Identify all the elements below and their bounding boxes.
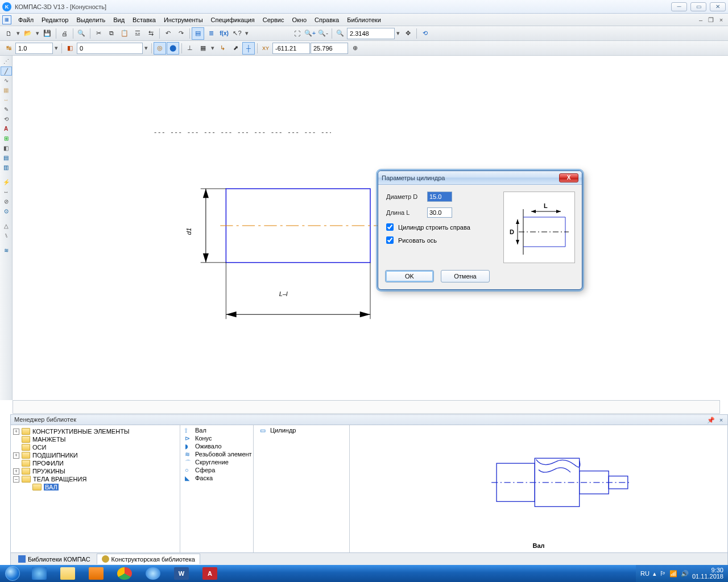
menu-file[interactable]: Файл: [15, 15, 37, 24]
var-button[interactable]: ≣: [205, 27, 217, 40]
menu-insert[interactable]: Вставка: [129, 15, 159, 24]
library-tree[interactable]: +КОНСТРУКТИВНЫЕ ЭЛЕМЕНТЫ МАНЖЕТЫ ОСИ +ПО…: [11, 425, 180, 552]
fx-button[interactable]: f(x): [218, 27, 230, 40]
menu-view[interactable]: Вид: [110, 15, 128, 24]
tree-item[interactable]: ПРОФИЛИ: [12, 459, 179, 467]
list-item[interactable]: ⌒Скругление: [181, 458, 348, 466]
menu-tools[interactable]: Инструменты: [160, 15, 206, 24]
copy-props-icon[interactable]: ⇆: [144, 27, 157, 40]
paste-button[interactable]: 📋: [118, 27, 131, 40]
zoom-out-button[interactable]: 🔍-: [317, 27, 329, 40]
edit-icon[interactable]: ⟲: [1, 115, 12, 124]
zoom-in-button[interactable]: 🔍+: [304, 27, 316, 40]
menu-spec[interactable]: Спецификация: [208, 15, 258, 24]
menu-libs[interactable]: Библиотеки: [344, 15, 384, 24]
list-item[interactable]: ⊳Конус: [181, 434, 348, 442]
list-item[interactable]: ≋Резьбовой элемент: [181, 450, 348, 458]
expand-icon[interactable]: +: [13, 429, 19, 435]
tree-item[interactable]: МАНЖЕТЫ: [12, 435, 179, 443]
flag-icon[interactable]: 🏳: [660, 570, 666, 577]
text-icon[interactable]: A: [1, 124, 12, 134]
task-media[interactable]: [82, 566, 110, 581]
lcs-button[interactable]: ↳: [216, 42, 229, 55]
step-button[interactable]: ↹: [2, 42, 15, 55]
diameter-input[interactable]: [427, 192, 452, 202]
grid-button[interactable]: ▦: [197, 42, 209, 55]
scale-input[interactable]: [15, 43, 53, 54]
tree-item[interactable]: –ТЕЛА ВРАЩЕНИЯ: [12, 475, 179, 483]
dialog-titlebar[interactable]: Параметры цилиндра X: [378, 171, 582, 185]
volume-icon[interactable]: 🔊: [681, 570, 689, 577]
list-item[interactable]: ○Сфера: [181, 466, 348, 474]
dim-icon[interactable]: ↔: [1, 95, 12, 105]
measure-icon[interactable]: ⚡: [1, 178, 12, 187]
close-panel-icon[interactable]: ×: [717, 416, 725, 424]
fit-button[interactable]: ⛶: [291, 27, 303, 40]
preview-button[interactable]: 🔍: [75, 27, 88, 40]
length-input[interactable]: [427, 207, 452, 218]
zoom-scale-button[interactable]: 🔍: [334, 27, 346, 40]
ok-button[interactable]: OK: [385, 270, 434, 282]
mdi-restore-icon[interactable]: ❐: [706, 16, 715, 24]
clock[interactable]: 9:3001.11.2018: [692, 567, 723, 580]
new-dropdown[interactable]: ▾: [15, 30, 21, 37]
lang-indicator[interactable]: RU: [640, 570, 650, 577]
tree-item[interactable]: +КОНСТРУКТИВНЫЕ ЭЛЕМЕНТЫ: [12, 427, 179, 435]
tree-item[interactable]: ОСИ: [12, 443, 179, 451]
task-chrome[interactable]: [110, 566, 139, 581]
menu-help[interactable]: Справка: [311, 15, 342, 24]
collapse-icon[interactable]: –: [13, 476, 19, 483]
geom-line-icon[interactable]: ╱: [1, 66, 12, 76]
geom-aux-icon[interactable]: ∿: [1, 76, 12, 85]
dialog-close-button[interactable]: X: [559, 173, 578, 182]
draw-icon[interactable]: △: [1, 222, 12, 231]
list-item[interactable]: ◣Фаска: [181, 474, 348, 482]
mdi-close-icon[interactable]: ×: [717, 16, 726, 24]
minimize-button[interactable]: ─: [671, 2, 687, 11]
properties-icon[interactable]: ☲: [131, 27, 144, 40]
pan-button[interactable]: ✥: [402, 27, 414, 40]
cut-button[interactable]: ✂: [92, 27, 105, 40]
menu-service[interactable]: Сервис: [259, 15, 288, 24]
symbol-icon[interactable]: ✎: [1, 105, 12, 114]
drawing-canvas[interactable]: d1 L–l: [13, 56, 728, 400]
cursor-help-button[interactable]: ↖?: [231, 27, 243, 40]
cancel-button[interactable]: Отмена: [441, 270, 490, 282]
table-icon[interactable]: ⊞: [1, 134, 12, 143]
snap-local-button[interactable]: ⬤: [167, 42, 179, 55]
draw-axis-checkbox[interactable]: [386, 236, 394, 244]
new-button[interactable]: 🗋: [2, 27, 15, 40]
task-ie[interactable]: [25, 566, 53, 581]
network-icon[interactable]: 📶: [669, 570, 677, 577]
param-button[interactable]: ┼: [242, 42, 255, 55]
expand-icon[interactable]: +: [13, 452, 19, 459]
save-button[interactable]: 💾: [41, 27, 53, 40]
list-item[interactable]: ◗Оживало: [181, 442, 348, 450]
tree-item[interactable]: +ПОДШИПНИКИ: [12, 451, 179, 459]
expand-icon[interactable]: +: [13, 468, 19, 475]
layer-input[interactable]: [77, 43, 143, 54]
start-button[interactable]: [0, 565, 25, 582]
pin-icon[interactable]: 📌: [707, 416, 715, 424]
lib-toggle-icon[interactable]: ≋: [1, 246, 12, 255]
menu-window[interactable]: Окно: [288, 15, 310, 24]
tab-kompas-libs[interactable]: Библиотеки КОМПАС: [13, 554, 96, 564]
extend-icon[interactable]: ⊙: [1, 207, 12, 216]
system-tray[interactable]: RU ▴ 🏳 📶 🔊 9:3001.11.2018: [636, 565, 728, 582]
round-button[interactable]: ⬈: [229, 42, 242, 55]
menu-editor[interactable]: Редактор: [38, 15, 72, 24]
doc-icon[interactable]: ▦: [2, 15, 11, 24]
print-button[interactable]: 🖨: [58, 27, 71, 40]
layer-dropdown[interactable]: ▾: [143, 44, 149, 52]
tree-item-selected[interactable]: ВАЛ: [12, 483, 179, 491]
grid-dropdown[interactable]: ▾: [210, 44, 216, 52]
build-right-checkbox[interactable]: [386, 223, 394, 231]
snap-global-button[interactable]: ◎: [154, 42, 166, 55]
property-bar[interactable]: [13, 400, 720, 414]
maximize-button[interactable]: ▭: [690, 2, 706, 11]
list-item-cylinder[interactable]: ▭Цилиндр: [257, 426, 299, 434]
view-icon[interactable]: ◧: [1, 144, 12, 153]
tab-constructor-lib[interactable]: Конструкторская библиотека: [97, 554, 200, 564]
hatch-icon[interactable]: ⑊: [1, 231, 12, 240]
geom-point-icon[interactable]: ⋰: [1, 57, 12, 66]
